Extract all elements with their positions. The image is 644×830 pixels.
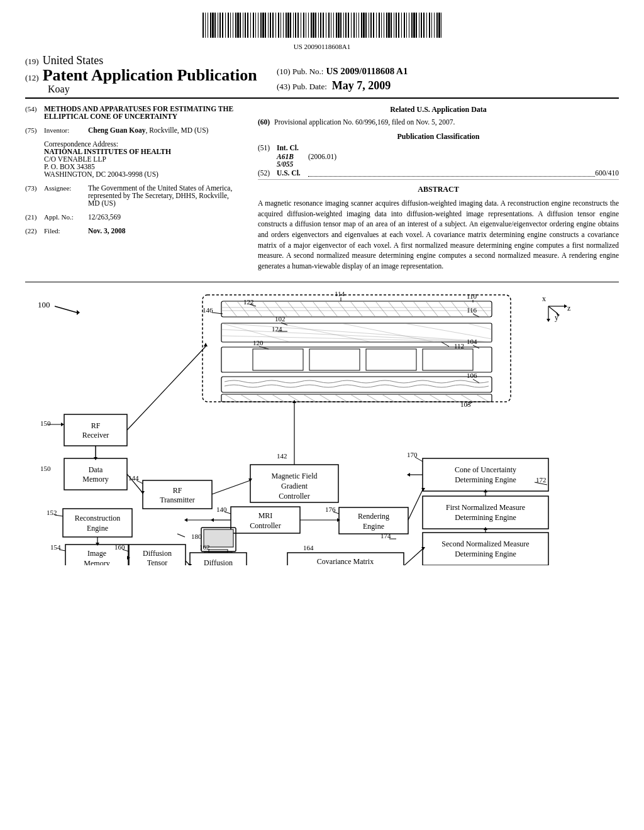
intcl-label: Int. Cl. bbox=[277, 144, 308, 152]
svg-line-77 bbox=[287, 394, 300, 402]
svg-rect-143 bbox=[423, 533, 548, 565]
correspondence-org: NATIONAL INSTITUTES OF HEALTH bbox=[44, 148, 239, 155]
svg-text:164: 164 bbox=[303, 544, 314, 551]
svg-line-28 bbox=[350, 301, 363, 317]
svg-text:Covariance Matrix: Covariance Matrix bbox=[317, 557, 374, 565]
title-num: (54) bbox=[25, 105, 44, 120]
svg-marker-2 bbox=[77, 310, 80, 315]
svg-line-87 bbox=[445, 394, 457, 402]
title-text: METHODS AND APPARATUSES FOR ESTIMATING T… bbox=[44, 105, 233, 120]
svg-line-32 bbox=[401, 301, 413, 317]
svg-text:Determining Engine: Determining Engine bbox=[455, 475, 516, 484]
diagram-svg: 100 x z y 112 bbox=[26, 289, 618, 565]
svg-text:174: 174 bbox=[380, 532, 391, 540]
svg-rect-61 bbox=[253, 349, 303, 370]
svg-line-24 bbox=[300, 301, 313, 317]
svg-line-81 bbox=[350, 394, 363, 402]
inventor-num: (75) bbox=[25, 126, 44, 134]
svg-line-73 bbox=[225, 394, 237, 402]
intcl-year: (2006.01) bbox=[308, 153, 619, 168]
uscl-value: 600/410 bbox=[595, 169, 619, 177]
svg-rect-60 bbox=[221, 347, 492, 372]
svg-text:146: 146 bbox=[203, 306, 213, 314]
filed-num: (22) bbox=[25, 227, 44, 235]
svg-line-52 bbox=[404, 323, 492, 339]
svg-line-117 bbox=[415, 457, 423, 462]
svg-text:MRI: MRI bbox=[258, 511, 273, 520]
abstract-title: ABSTRACT bbox=[258, 185, 619, 194]
appl-value: 12/263,569 bbox=[88, 213, 239, 221]
correspondence-line2: C/O VENABLE LLP bbox=[44, 155, 239, 163]
svg-line-78 bbox=[303, 394, 316, 402]
appl-field: (21) Appl. No.: 12/263,569 bbox=[25, 213, 239, 221]
barcode-section bbox=[25, 13, 619, 40]
svg-line-36 bbox=[451, 301, 464, 317]
svg-line-29 bbox=[363, 301, 375, 317]
assignee-num: (73) bbox=[25, 184, 44, 207]
pub-date-value: May 7, 2009 bbox=[332, 79, 391, 92]
svg-rect-69 bbox=[221, 377, 492, 392]
svg-text:Data: Data bbox=[89, 465, 103, 474]
svg-text:100: 100 bbox=[38, 300, 50, 309]
svg-rect-118 bbox=[423, 458, 548, 491]
svg-line-75 bbox=[256, 394, 269, 402]
svg-text:120: 120 bbox=[253, 339, 264, 346]
svg-marker-9 bbox=[547, 319, 550, 322]
svg-line-203 bbox=[177, 534, 185, 537]
svg-line-175 bbox=[212, 480, 250, 494]
intcl-class: A61B 5/055 bbox=[277, 153, 308, 168]
right-column: Related U.S. Application Data (60) Provi… bbox=[258, 105, 619, 272]
diagram-section: 100 x z y 112 bbox=[25, 282, 619, 565]
appl-num: (21) bbox=[25, 213, 44, 221]
pub-no-label: (10) Pub. No.: bbox=[277, 67, 323, 77]
svg-text:104: 104 bbox=[467, 338, 477, 345]
svg-line-53 bbox=[467, 323, 492, 329]
svg-line-33 bbox=[413, 301, 426, 317]
svg-line-82 bbox=[366, 394, 379, 402]
svg-text:150: 150 bbox=[40, 419, 51, 427]
diagram-container: 100 x z y 112 bbox=[26, 289, 618, 565]
header-left: (19) United States (12) Patent Applicati… bbox=[25, 54, 264, 95]
svg-text:Second Normalized Measure: Second Normalized Measure bbox=[441, 540, 529, 548]
svg-line-201 bbox=[404, 549, 423, 565]
svg-text:Determining Engine: Determining Engine bbox=[455, 513, 516, 522]
svg-text:150: 150 bbox=[40, 465, 51, 472]
svg-line-195 bbox=[408, 490, 423, 520]
svg-line-84 bbox=[397, 394, 410, 402]
svg-text:Cone of Uncertainty: Cone of Uncertainty bbox=[455, 465, 516, 474]
svg-line-107 bbox=[136, 480, 143, 484]
svg-text:RF: RF bbox=[173, 486, 182, 495]
svg-text:Magnetic Field: Magnetic Field bbox=[272, 472, 318, 480]
assignee-label: Assignee: bbox=[44, 184, 88, 207]
svg-text:Reconstruction: Reconstruction bbox=[75, 514, 121, 523]
related-num: (60) bbox=[258, 118, 270, 126]
svg-rect-101 bbox=[64, 458, 127, 490]
svg-text:Receiver: Receiver bbox=[82, 431, 109, 440]
filed-label: Filed: bbox=[44, 227, 88, 235]
svg-text:Diffusion: Diffusion bbox=[143, 549, 172, 558]
svg-text:162: 162 bbox=[199, 543, 210, 551]
correspondence-block: Correspondence Address: NATIONAL INSTITU… bbox=[44, 140, 239, 178]
correspondence-line3: P. O. BOX 34385 bbox=[44, 163, 239, 170]
svg-line-1 bbox=[55, 306, 77, 313]
svg-rect-62 bbox=[309, 349, 360, 370]
inventor-field: (75) Inventor: Cheng Guan Koay, Rockvill… bbox=[25, 126, 239, 134]
svg-text:172: 172 bbox=[536, 476, 547, 484]
svg-text:Tensor: Tensor bbox=[147, 558, 167, 565]
svg-text:122: 122 bbox=[243, 298, 254, 306]
svg-text:x: x bbox=[542, 294, 546, 303]
inventor-name: Cheng Guan Koay bbox=[88, 126, 145, 134]
svg-line-35 bbox=[438, 301, 451, 317]
intcl-value-row: A61B 5/055 (2006.01) bbox=[258, 153, 619, 168]
assignee-field: (73) Assignee: The Government of the Uni… bbox=[25, 184, 239, 207]
intcl-row: (51) Int. Cl. bbox=[258, 144, 619, 152]
svg-line-10 bbox=[548, 306, 558, 314]
related-text: Provisional application No. 60/996,169, … bbox=[274, 118, 455, 126]
pub-no-value: US 2009/0118608 A1 bbox=[326, 66, 408, 77]
svg-marker-172 bbox=[204, 343, 208, 346]
svg-line-89 bbox=[476, 394, 489, 402]
barcode-image bbox=[203, 13, 441, 38]
inventor-location: Rockville, MD (US) bbox=[149, 126, 208, 134]
svg-text:RF: RF bbox=[91, 421, 101, 430]
svg-line-79 bbox=[319, 394, 331, 402]
